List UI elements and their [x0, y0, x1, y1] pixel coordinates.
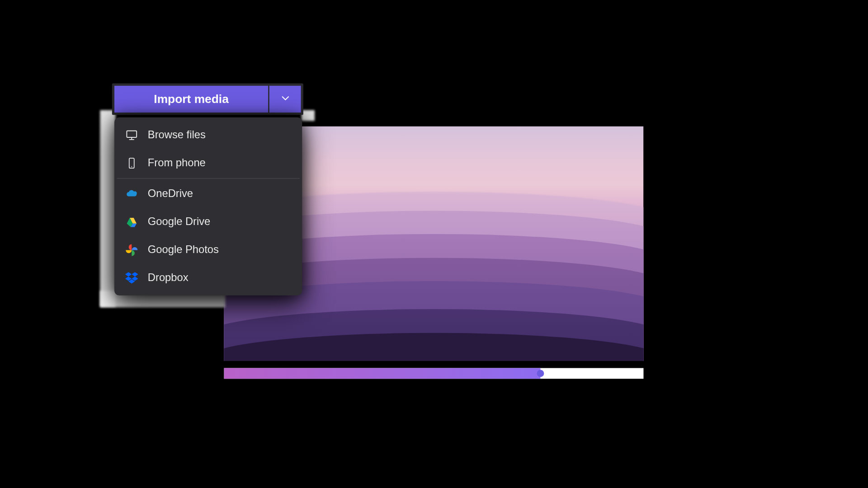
chevron-down-icon: [280, 93, 290, 105]
google-photos-icon: [125, 243, 138, 256]
timeline-separator: [224, 361, 644, 368]
dropdown-item-onedrive[interactable]: OneDrive: [114, 180, 302, 208]
dropdown-item-label: Browse files: [148, 129, 206, 141]
import-media-dropdown: Browse files From phone OneDrive Google …: [114, 117, 302, 296]
dropdown-item-dropbox[interactable]: Dropbox: [114, 264, 302, 292]
decorative-glow: [302, 110, 315, 121]
dropdown-item-label: Google Photos: [148, 244, 219, 256]
dropbox-icon: [125, 271, 138, 284]
dropdown-item-label: Dropbox: [148, 272, 189, 284]
dropdown-item-google-drive[interactable]: Google Drive: [114, 208, 302, 236]
dropdown-item-label: Google Drive: [148, 216, 210, 228]
decorative-glow: [100, 110, 115, 307]
dropdown-item-label: OneDrive: [148, 188, 193, 200]
import-media-button[interactable]: Import media: [114, 86, 268, 113]
phone-icon: [125, 156, 138, 169]
dropdown-item-google-photos[interactable]: Google Photos: [114, 236, 302, 264]
svg-point-2: [131, 166, 132, 167]
import-media-dropdown-toggle[interactable]: [269, 86, 301, 113]
svg-rect-0: [127, 131, 137, 137]
timeline-progress: [224, 368, 541, 379]
google-drive-icon: [125, 215, 138, 228]
timeline-playhead[interactable]: [537, 370, 544, 377]
import-media-split-button: Import media: [112, 84, 303, 115]
onedrive-icon: [125, 188, 138, 201]
dropdown-item-from-phone[interactable]: From phone: [114, 149, 302, 177]
import-media-label: Import media: [154, 92, 229, 106]
dropdown-item-browse-files[interactable]: Browse files: [114, 121, 302, 149]
dropdown-divider: [117, 178, 300, 178]
dropdown-item-label: From phone: [148, 157, 206, 169]
monitor-icon: [125, 128, 138, 141]
